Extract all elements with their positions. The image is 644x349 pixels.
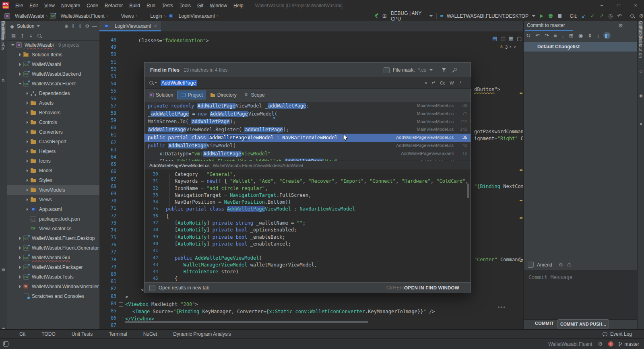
open-in-find-window-button[interactable]: OPEN IN FIND WINDOW [404, 285, 459, 290]
tree-item[interactable]: Behaviors [7, 108, 99, 118]
menu-item[interactable]: Navigate [58, 2, 83, 9]
menu-item[interactable]: Tools [177, 2, 194, 9]
explorer-view-selector[interactable]: Solution [17, 23, 34, 29]
tool-window-button[interactable]: Unit Tests [64, 331, 93, 337]
expand-chevron-icon[interactable] [24, 197, 30, 202]
background-tasks-gear-icon[interactable]: ⚙ [597, 341, 603, 347]
search-result-row[interactable]: public partial class AddWalletPageViewMo… [144, 134, 471, 142]
split-view-icon[interactable]: ▤ [492, 35, 497, 41]
run-button[interactable] [540, 14, 543, 18]
menu-item[interactable]: Run [144, 2, 158, 9]
expand-all-icon[interactable]: ⇕ [588, 33, 592, 39]
search-result-row[interactable]: public AddWalletPageViewModel( AddWallet… [144, 142, 471, 150]
expand-chevron-icon[interactable] [24, 168, 30, 173]
toolbox-icon[interactable]: ⊞ [382, 13, 387, 19]
frame-icon[interactable]: ▢ [517, 35, 522, 41]
close-button[interactable]: × [627, 0, 644, 11]
warning-stripe-mark[interactable] [520, 200, 522, 201]
expand-chevron-icon[interactable] [17, 246, 23, 250]
code-line[interactable]: ignment="Right" Comm [474, 135, 523, 142]
tree-item[interactable]: WalletWasabi.Backend [7, 69, 99, 79]
expand-chevron-icon[interactable] [17, 236, 23, 241]
next-warning-icon[interactable]: ∨ [514, 45, 516, 49]
expand-chevron-icon[interactable] [24, 91, 30, 96]
preview-pane[interactable]: 30 Category = "General", 31 Keywords = n… [144, 169, 471, 282]
git-branch-widget[interactable]: master [618, 341, 639, 347]
scope-button[interactable]: Project [177, 91, 206, 99]
menu-item[interactable]: View [41, 2, 58, 9]
group-by-icon[interactable]: ⊞ [569, 33, 574, 39]
file-mask-checkbox[interactable] [384, 67, 390, 73]
warning-stripe-mark[interactable] [520, 93, 522, 94]
menu-item[interactable]: Help [231, 2, 246, 9]
tree-item[interactable]: WalletWasabi.Tests [7, 272, 99, 282]
expand-chevron-icon[interactable] [24, 139, 30, 144]
tree-item[interactable]: Dependencies [7, 89, 99, 98]
tree-item[interactable]: WalletWasabi.Fluent.Generators [7, 243, 99, 253]
commit-message-field[interactable]: Commit Message [524, 271, 637, 320]
amend-checkbox[interactable] [528, 262, 534, 268]
warning-stripe-mark[interactable] [520, 169, 522, 171]
search-option-toggle[interactable]: Cc [440, 81, 445, 85]
rollback-icon[interactable]: ↶ [535, 33, 540, 39]
expand-chevron-icon[interactable] [17, 52, 23, 57]
commit-and-push-button[interactable]: COMMIT AND PUSH... [557, 319, 609, 328]
expand-chevron-icon[interactable] [17, 284, 23, 289]
refresh-icon[interactable]: ↻ [526, 33, 530, 39]
tree-item[interactable]: ViewLocator.cs [7, 224, 99, 233]
git-push-icon[interactable]: ↗ [599, 13, 604, 19]
tree-item[interactable]: Solution Items [7, 50, 99, 60]
chevron-down-icon[interactable] [532, 15, 535, 17]
prev-warning-icon[interactable]: ∧ [509, 45, 512, 49]
search-result-row[interactable]: private readonly AddWalletPageViewModel … [144, 102, 471, 110]
breadcrumb-item[interactable]: WalletWasabi.Fluent › [50, 13, 108, 19]
search-result-row[interactable]: Class="WalletWasabi.Fluent.Views.AddWall… [144, 158, 471, 161]
tree-item[interactable]: packages.lock.json [7, 214, 99, 224]
horizontal-scrollbar[interactable] [125, 321, 368, 323]
panel-layout-toggle-icon[interactable]: ◧ [603, 32, 611, 39]
gear-icon[interactable]: ⚙ [618, 23, 623, 29]
expand-chevron-icon[interactable] [24, 130, 30, 134]
inspection-widget[interactable]: ⚠ 3 ∧ ∨ [500, 44, 516, 50]
code-line[interactable]: Classes="fadeAnimation"> [139, 37, 208, 44]
maximize-button[interactable]: □ [610, 0, 627, 11]
expand-chevron-icon[interactable] [17, 81, 23, 86]
settings-gear-icon[interactable]: ⚙ [639, 13, 644, 19]
expand-chevron-icon[interactable] [17, 294, 23, 299]
menu-item[interactable]: Tests [159, 2, 176, 9]
tree-item[interactable]: Views [7, 195, 99, 204]
breadcrumb-item[interactable]: Views › [110, 13, 138, 19]
shelve-icon[interactable]: ≡ [554, 33, 557, 39]
cherry-pick-icon[interactable]: ↷ [545, 33, 549, 39]
history-icon[interactable]: ◷ [567, 262, 571, 268]
menu-item[interactable]: Code [84, 2, 101, 9]
tree-item[interactable]: Model [7, 166, 99, 176]
search-option-toggle[interactable]: W [450, 81, 454, 85]
navigate-up-icon[interactable]: ↥ [20, 33, 24, 39]
menu-item[interactable]: Refactor [102, 2, 126, 9]
tree-item[interactable]: Scratches and Consoles [7, 291, 99, 301]
search-result-row[interactable]: MainScreen.To(_addWalletPage); MainViewM… [144, 118, 471, 126]
warning-stripe-mark[interactable] [520, 261, 522, 262]
collapse-all-icon[interactable]: ⇧ [78, 23, 82, 29]
expand-chevron-icon[interactable] [24, 207, 30, 212]
search-option-toggle[interactable]: .* [458, 81, 461, 85]
tree-item[interactable]: Assets [7, 98, 99, 108]
hide-panel-icon[interactable]: — [628, 23, 633, 29]
tree-item[interactable]: WalletWasabi.Fluent.Desktop [7, 233, 99, 243]
tree-item[interactable]: WalletWasabi.Packager [7, 262, 99, 272]
code-line[interactable]: dButton"> [474, 86, 500, 93]
event-log-button[interactable]: Event Log [603, 331, 632, 337]
expand-chevron-icon[interactable] [17, 275, 23, 279]
expand-chevron-icon[interactable] [24, 178, 30, 183]
menu-item[interactable]: File [12, 2, 26, 9]
search-result-row[interactable]: _addWalletPage = new AddWalletPageViewMo… [144, 110, 471, 118]
tool-window-toggle-icon[interactable] [3, 341, 8, 347]
code-line[interactable]: <Image Source="{Binding KeyManager, Conv… [132, 308, 435, 315]
build-hammer-icon[interactable] [374, 13, 378, 19]
tool-strip-tab[interactable]: Github Tools [638, 21, 643, 47]
tool-window-button[interactable]: TODO [34, 331, 55, 337]
expand-chevron-icon[interactable] [24, 217, 30, 221]
chevron-down-icon[interactable] [429, 69, 433, 71]
tree-item[interactable]: CrashReport [7, 137, 99, 147]
